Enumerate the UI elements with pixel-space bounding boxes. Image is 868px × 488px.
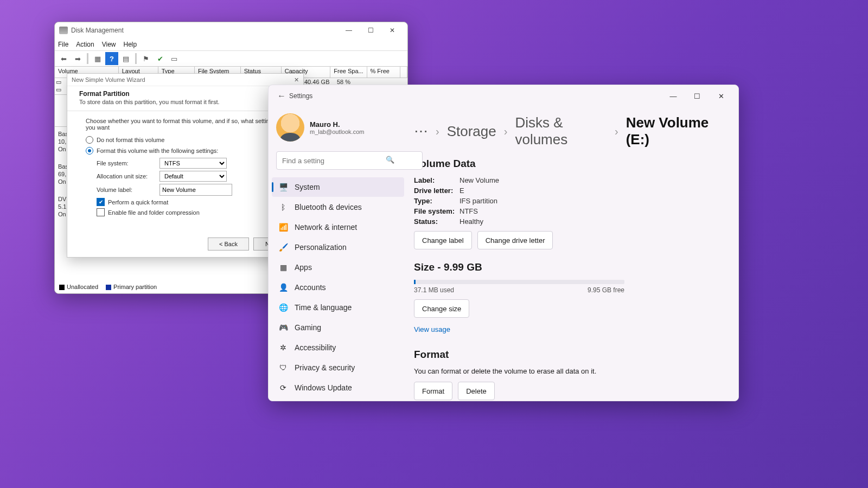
- view-usage-link[interactable]: View usage: [414, 325, 450, 333]
- kv-key: Type:: [414, 197, 459, 205]
- kv-key: Status:: [414, 217, 459, 226]
- maximize-button[interactable]: ☐: [685, 88, 709, 104]
- col-pctfree[interactable]: % Free: [367, 67, 400, 78]
- format-button[interactable]: Format: [414, 382, 452, 400]
- settings-nav: 🖥️SystemᛒBluetooth & devices📶Network & i…: [272, 177, 404, 397]
- radio-icon: [86, 136, 93, 144]
- sidebar-item-accounts[interactable]: 👤Accounts: [272, 278, 404, 297]
- settings-main: ⋯ › Storage › Disks & volumes › New Volu…: [407, 107, 738, 401]
- disk-management-icon: [59, 27, 68, 34]
- heading-size: Size - 9.99 GB: [414, 261, 723, 273]
- sidebar-item-label: Gaming: [295, 323, 321, 332]
- dm-legend: Unallocated Primary partition: [59, 284, 157, 290]
- avatar: [276, 113, 304, 142]
- sidebar-item-gaming[interactable]: 🎮Gaming: [272, 318, 404, 337]
- sidebar-item-accessibility[interactable]: ✲Accessibility: [272, 338, 404, 357]
- menu-file[interactable]: File: [58, 41, 68, 48]
- menu-view[interactable]: View: [102, 41, 116, 48]
- size-used: 37.1 MB used: [414, 286, 454, 294]
- dm-titlebar[interactable]: Disk Management — ☐ ✕: [55, 22, 407, 38]
- sidebar-item-label: Bluetooth & devices: [295, 203, 362, 211]
- label-filesystem: File system:: [97, 160, 159, 166]
- sidebar-item-time-language[interactable]: 🌐Time & language: [272, 298, 404, 317]
- nav-icon: 📶: [278, 223, 288, 232]
- delete-button[interactable]: Delete: [458, 382, 495, 400]
- user-name: Mauro H.: [310, 120, 364, 129]
- change-drive-letter-button[interactable]: Change drive letter: [477, 231, 553, 249]
- volume-data-row: Label:New Volume: [414, 176, 723, 184]
- maximize-button[interactable]: ☐: [360, 24, 381, 37]
- radio-format-volume[interactable]: Format this volume with the following se…: [86, 147, 285, 155]
- heading-format: Format: [414, 349, 723, 361]
- user-profile[interactable]: Mauro H. m_lab@outlook.com: [272, 111, 404, 149]
- view-icon[interactable]: ▤: [119, 52, 132, 65]
- kv-value: NTFS: [459, 207, 478, 215]
- nav-icon: 🎮: [278, 323, 288, 332]
- nav-icon: ✲: [278, 343, 288, 352]
- breadcrumb-disks-volumes[interactable]: Disks & volumes: [515, 114, 607, 148]
- back-icon[interactable]: ⬅: [57, 52, 70, 65]
- breadcrumb: ⋯ › Storage › Disks & volumes › New Volu…: [414, 114, 723, 148]
- sidebar-item-system[interactable]: 🖥️System: [272, 177, 404, 197]
- volume-label-input[interactable]: [159, 184, 232, 196]
- unallocated-swatch: [59, 285, 65, 290]
- minimize-button[interactable]: —: [338, 24, 360, 37]
- nav-icon: 🖥️: [278, 183, 288, 191]
- sidebar-item-apps[interactable]: ▦Apps: [272, 258, 404, 277]
- back-button[interactable]: < Back: [208, 237, 249, 251]
- refresh-icon[interactable]: ⚑: [139, 52, 152, 65]
- search-icon[interactable]: 🔍: [386, 156, 394, 164]
- list-icon[interactable]: ▭: [168, 52, 181, 65]
- checkbox-label-compression: Enable file and folder compression: [108, 209, 200, 216]
- checkbox-quick-format[interactable]: ✔ Perform a quick format: [97, 198, 285, 206]
- wizard-titlebar[interactable]: New Simple Volume Wizard ✕: [67, 74, 303, 86]
- col-free[interactable]: Free Spa...: [330, 67, 367, 78]
- radio-label-yes: Format this volume with the following se…: [97, 147, 218, 154]
- nav-icon: 👤: [278, 283, 288, 292]
- chevron-right-icon: ›: [615, 125, 618, 138]
- kv-value: Healthy: [459, 217, 483, 226]
- sidebar-item-privacy-security[interactable]: 🛡Privacy & security: [272, 358, 404, 377]
- volume-data-row: Type:IFS partition: [414, 197, 723, 205]
- sidebar-item-network-internet[interactable]: 📶Network & internet: [272, 217, 404, 237]
- breadcrumb-storage[interactable]: Storage: [447, 123, 496, 140]
- heading-volume-data: Volume Data: [414, 158, 723, 170]
- chevron-right-icon: ›: [504, 125, 508, 138]
- close-button[interactable]: ✕: [709, 88, 733, 104]
- close-icon[interactable]: ✕: [294, 76, 299, 84]
- breadcrumb-more[interactable]: ⋯: [414, 123, 428, 140]
- radio-do-not-format[interactable]: Do not format this volume: [86, 136, 285, 144]
- close-button[interactable]: ✕: [381, 24, 403, 37]
- radio-label-no: Do not format this volume: [97, 137, 164, 143]
- sidebar-item-personalization[interactable]: 🖌️Personalization: [272, 237, 404, 257]
- nav-icon: 🛡: [278, 363, 288, 372]
- checkbox-label-quick: Perform a quick format: [108, 199, 168, 206]
- back-icon[interactable]: ←: [274, 91, 289, 101]
- volume-icon: ▭: [56, 79, 61, 86]
- legend-unallocated: Unallocated: [67, 284, 98, 290]
- volume-data-row: Status:Healthy: [414, 217, 723, 226]
- minimize-button[interactable]: —: [661, 88, 685, 104]
- nav-icon: ⟳: [278, 383, 288, 392]
- toolbar-separator: [87, 53, 88, 64]
- menu-help[interactable]: Help: [124, 41, 137, 48]
- properties-icon[interactable]: ▦: [91, 52, 104, 65]
- settings-titlebar[interactable]: ← Settings — ☐ ✕: [269, 85, 738, 107]
- sidebar-item-bluetooth-devices[interactable]: ᛒBluetooth & devices: [272, 197, 404, 217]
- check-icon[interactable]: ✔: [154, 52, 167, 65]
- toolbar-separator: [135, 53, 137, 64]
- kv-value: IFS partition: [459, 197, 497, 205]
- filesystem-select[interactable]: NTFS: [159, 158, 227, 169]
- change-size-button[interactable]: Change size: [414, 299, 469, 318]
- label-volume-label: Volume label:: [97, 187, 159, 193]
- checkbox-compression[interactable]: Enable file and folder compression: [97, 208, 285, 216]
- search-input[interactable]: [276, 151, 423, 170]
- allocation-select[interactable]: Default: [159, 171, 227, 182]
- nav-icon: 🌐: [278, 303, 288, 312]
- menu-action[interactable]: Action: [76, 41, 94, 48]
- forward-icon[interactable]: ➡: [71, 52, 84, 65]
- change-label-button[interactable]: Change label: [414, 231, 472, 249]
- sidebar-item-windows-update[interactable]: ⟳Windows Update: [272, 378, 404, 397]
- help-icon[interactable]: ?: [105, 52, 118, 65]
- format-description: You can format or delete the volume to e…: [414, 367, 723, 375]
